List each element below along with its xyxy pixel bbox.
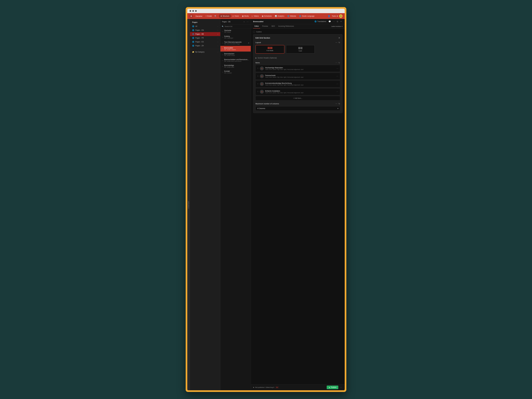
startseite-name: Startseite — [224, 30, 249, 32]
sidebar-header: Pages — [190, 21, 220, 24]
lang-badge: de — [275, 386, 279, 388]
columns-refresh-icon[interactable]: ↻ — [338, 103, 340, 105]
revision-selector[interactable]: Latest revision ▾ — [331, 25, 342, 27]
subline-checkbox[interactable] — [253, 31, 255, 33]
editor-header: Bremssättel 🌐 Translations 💬 ⋯ ⊞ ✕ — [251, 19, 345, 24]
kontakt-url: DE | contact — [224, 72, 249, 74]
sidebar-item-pages-en[interactable]: 🌐 Pages - EN › — [190, 28, 220, 32]
item-more-icon[interactable]: ⋯ — [336, 75, 338, 77]
nav-item-website-label: Website — [290, 15, 296, 17]
media-icon: ▦ — [242, 15, 244, 17]
tasks-grid-icon: ⊞ — [337, 15, 338, 17]
katalog-icon: ⌂ — [222, 36, 223, 38]
content-label: Content — [187, 19, 190, 390]
close-traffic-light[interactable] — [190, 10, 191, 12]
status-more-icon[interactable]: ⋯ — [339, 386, 342, 389]
page-item-test-uebersetzungsseite[interactable]: ⌂ Test-Übersetzungsseite DE | test-trans… — [220, 40, 251, 46]
page-item-bremsbelage[interactable]: ⌂ Bremsbeläge DE | brake-pads — [220, 63, 251, 69]
split-view-icon[interactable]: ⊞ — [336, 20, 339, 23]
startseite-url: DE | home — [224, 32, 249, 33]
item-more-icon[interactable]: ⋯ — [336, 67, 338, 70]
items-more-icon[interactable]: ⋯ — [336, 62, 337, 64]
tasks-button[interactable]: Tasks ⊞ — [332, 15, 338, 17]
item-more-icon[interactable]: ⋯ — [336, 91, 338, 93]
comment-icon[interactable]: 💬 — [328, 20, 331, 23]
nav-item-media[interactable]: ▦ Media — [241, 14, 250, 18]
bremsscheiben-url: DE | brake-discs-and-drums — [224, 61, 249, 62]
drag-handle-icon: ⠿ — [257, 68, 259, 70]
nav-item-analytics[interactable]: 📊 Analytics — [273, 14, 286, 18]
minimize-traffic-light[interactable] — [192, 10, 194, 12]
test-page-url: DE | test-translation-page — [224, 43, 247, 44]
layout-refresh-icon[interactable]: ↻ — [338, 41, 340, 44]
sidebar-item-all[interactable]: 🌐 All › — [190, 24, 220, 28]
by-category-chevron-icon: › — [218, 51, 218, 53]
columns-more-icon[interactable]: ⋯ — [336, 103, 337, 105]
sidebar-item-pages-de-label: Pages - DE — [195, 33, 204, 35]
layout-more-icon[interactable]: ⋯ — [336, 41, 337, 44]
nav-item-website[interactable]: 🌐 Website — [286, 14, 298, 18]
not-published-label: Not published — [255, 386, 265, 388]
person-icon[interactable]: 👤 — [327, 15, 331, 18]
all-globe-icon: 🌐 — [192, 25, 194, 27]
main-layout: Content Pages 🌐 All › 🌐 Pages - E — [187, 19, 345, 390]
tab-preview[interactable]: Preview — [261, 24, 269, 29]
translations-button[interactable]: 🌐 Translations — [315, 20, 326, 22]
nav-item-schedules[interactable]: ▦ Schedules — [260, 14, 273, 18]
nav-item-vision[interactable]: ◎ Vision — [231, 14, 240, 18]
sidebar-item-pages-de[interactable]: 🌐 Pages - DE › — [190, 32, 220, 36]
item-meta: Card | Icon: picker | Bg Color: light | … — [265, 92, 335, 94]
items-refresh-icon[interactable]: ↻ — [338, 62, 340, 64]
list-item[interactable]: ⠿ ● Feinmechanik Card | Icon: picker | B… — [255, 73, 340, 80]
pages-panel-title: Pages - DE — [222, 21, 231, 23]
edited-label: Edited Aug 6 — [266, 386, 274, 388]
search-button[interactable]: 🔍 — [214, 14, 217, 18]
panel-close-icon[interactable]: ✕ — [338, 37, 340, 39]
sidebar-item-pages-fr[interactable]: 🌐 Pages - FR › — [190, 36, 220, 40]
pages-more-icon[interactable]: ⋯ — [246, 20, 249, 23]
nav-item-videos[interactable]: ▷ Videos — [250, 14, 260, 18]
layout-label-text: Layout — [255, 42, 261, 44]
page-item-katalog[interactable]: ⌂ Katalog DE | catalogue — [220, 34, 251, 40]
startseite-icon: ⌂ — [222, 30, 223, 32]
section-header-chevron-icon: ▶ — [255, 57, 257, 59]
status-bar: Not published Edited Aug 6 de ▲ Publish … — [251, 384, 345, 390]
item-more-icon[interactable]: ⋯ — [336, 83, 338, 85]
layout-option-card[interactable]: Card — [286, 45, 315, 54]
help-icon[interactable]: ? — [324, 15, 326, 18]
page-item-bremsbacken[interactable]: ⌂ Bremsbacken DE | brake-shoes — [220, 52, 251, 57]
nav-item-structure[interactable]: ⊞ Structure — [219, 14, 231, 18]
search-input[interactable] — [225, 25, 249, 27]
create-button[interactable]: + Create — [204, 14, 213, 18]
avatar[interactable]: DS — [339, 14, 342, 18]
maximize-traffic-light[interactable] — [195, 10, 197, 12]
tab-seo[interactable]: SEO — [270, 24, 276, 29]
tab-incoming-references[interactable]: Incoming References — [277, 24, 295, 29]
page-item-startseite[interactable]: ⌂ Startseite DE | home — [220, 28, 251, 34]
close-editor-icon[interactable]: ✕ — [340, 20, 342, 23]
tab-editor[interactable]: Editor — [253, 24, 260, 29]
add-page-icon[interactable]: + — [243, 20, 245, 23]
page-item-kontakt[interactable]: ⌂ Kontakt DE | contact — [220, 69, 251, 75]
nav-item-studio-language-label: Studio Language — [302, 15, 315, 17]
publish-label: Publish — [331, 386, 336, 388]
layout-option-full-width[interactable]: Full Width — [255, 45, 285, 54]
list-item[interactable]: ⠿ ● Hochwertige Materialien Card | Icon:… — [255, 65, 340, 72]
items-actions: ⋯ ↻ — [336, 62, 340, 64]
editor-more-icon[interactable]: ⋯ — [332, 20, 335, 23]
sidebar-item-pages-zh[interactable]: 🌐 Pages - ZH › — [190, 44, 220, 48]
page-item-bremsscheiben[interactable]: ⌂ Bremsscheiben und Bremstrom... DE | br… — [220, 57, 251, 63]
bremsbelage-name: Bremsbeläge — [224, 64, 249, 66]
sidebar-item-pages-es[interactable]: 🌐 Pages - ES › — [190, 40, 220, 44]
editor-header-right: 🌐 Translations 💬 ⋯ ⊞ ✕ — [315, 20, 342, 23]
publish-button[interactable]: ▲ Publish — [327, 386, 338, 389]
list-item[interactable]: ⠿ ● Korrosionsbeständige Beschichtung Ca… — [255, 81, 340, 87]
item-meta: Card | Icon: picker | Bg Color: light | … — [265, 69, 335, 70]
section-header-toggle[interactable]: ▶ Section Header (Optional) — [255, 56, 340, 60]
columns-select[interactable]: 4 Columns ▾ — [255, 106, 340, 111]
list-item[interactable]: ⠿ ● Einfache Installation Card | Icon: p… — [255, 88, 340, 95]
nav-item-studio-language[interactable]: 🌐 Studio Language — [298, 14, 316, 18]
add-item-button[interactable]: + Add item... — [255, 96, 340, 101]
sidebar-item-by-category[interactable]: 📁 By Category › — [190, 50, 220, 54]
page-item-bremssattel[interactable]: ⌂ Bremssättel DE | brake-calipers — [220, 46, 251, 52]
